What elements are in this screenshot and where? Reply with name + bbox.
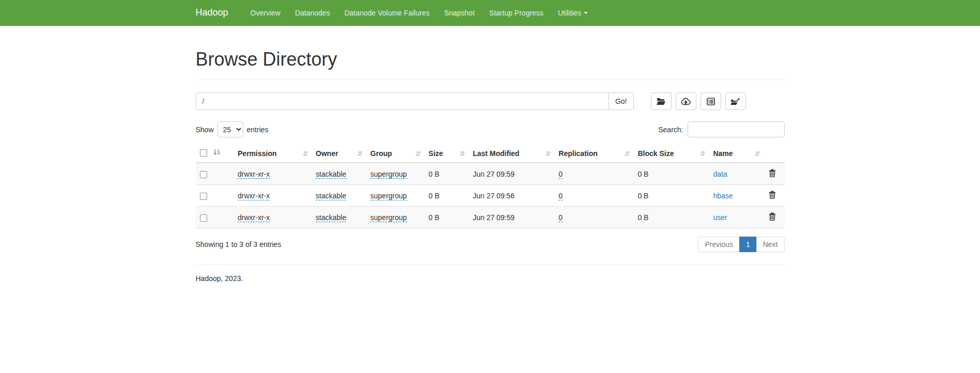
table-controls: Show 25 entries Search:	[196, 121, 785, 137]
footer-divider	[196, 265, 785, 265]
file-actions-toolbar	[651, 92, 746, 110]
column-header-replication[interactable]: Replication ⇵	[554, 145, 633, 163]
column-header-owner[interactable]: Owner ⇵	[312, 145, 366, 163]
row-checkbox[interactable]	[200, 214, 207, 222]
owner-editable[interactable]: stackable	[316, 192, 346, 200]
upload-files-button[interactable]	[676, 92, 696, 110]
row-checkbox[interactable]	[200, 193, 207, 200]
sort-both-icon: ⇵	[415, 150, 421, 158]
owner-editable[interactable]: stackable	[316, 170, 346, 179]
block-size-value: 0 B	[637, 192, 648, 200]
sort-both-icon: ⇵	[302, 150, 307, 158]
footer-text: Hadoop, 2023.	[196, 274, 785, 314]
size-value: 0 B	[429, 192, 440, 200]
navbar: Hadoop Overview Datanodes Datanode Volum…	[0, 0, 980, 26]
last-modified-value: Jun 27 09:59	[473, 170, 515, 178]
column-header-name[interactable]: Name ⇵	[709, 145, 764, 163]
group-editable[interactable]: supergroup	[370, 213, 407, 222]
owner-editable[interactable]: stackable	[316, 213, 346, 222]
block-size-value: 0 B	[637, 213, 648, 222]
nav-item-datanodes[interactable]: Datanodes	[288, 9, 337, 17]
table-row: drwxr-xr-x stackable supergroup 0 B Jun …	[196, 163, 785, 185]
group-editable[interactable]: supergroup	[370, 192, 407, 200]
directory-link[interactable]: data	[713, 170, 727, 178]
divider	[196, 80, 785, 80]
block-size-value: 0 B	[637, 170, 648, 178]
pagination-previous[interactable]: Previous	[698, 237, 739, 252]
directory-link[interactable]: hbase	[713, 192, 733, 200]
sort-both-icon: ⇵	[357, 150, 362, 158]
column-header-group[interactable]: Group ⇵	[366, 145, 425, 163]
table-row: drwxr-xr-x stackable supergroup 0 B Jun …	[196, 185, 785, 207]
replication-editable[interactable]: 0	[558, 170, 563, 179]
last-modified-value: Jun 27 09:59	[473, 213, 515, 222]
path-row: Go!	[196, 92, 785, 110]
delete-button[interactable]	[768, 168, 777, 180]
size-value: 0 B	[429, 213, 440, 222]
table-row: drwxr-xr-x stackable supergroup 0 B Jun …	[196, 207, 785, 228]
paste-into-folder-button[interactable]	[725, 92, 746, 110]
brand-hadoop[interactable]: Hadoop	[196, 7, 236, 18]
replication-editable[interactable]: 0	[558, 213, 563, 222]
nav-item-overview[interactable]: Overview	[243, 9, 288, 17]
page-length-select[interactable]: 25	[217, 121, 243, 137]
sort-both-icon: ⇵	[624, 150, 629, 158]
table-footer: Showing 1 to 3 of 3 entries Previous 1 N…	[196, 237, 785, 252]
list-alt-icon	[707, 98, 715, 105]
cloud-upload-icon	[681, 98, 691, 105]
column-header-select[interactable]	[196, 145, 234, 163]
nav-item-datanode-volume-failures[interactable]: Datanode Volume Failures	[337, 9, 437, 17]
last-modified-value: Jun 27 09:56	[473, 192, 515, 200]
permission-editable[interactable]: drwxr-xr-x	[238, 170, 270, 179]
delete-button[interactable]	[768, 190, 777, 201]
nav-item-utilities-label: Utilities	[558, 9, 581, 17]
nav-item-snapshot[interactable]: Snapshot	[437, 9, 482, 17]
trash-icon	[769, 193, 776, 200]
pagination: Previous 1 Next	[698, 237, 784, 252]
sort-both-icon: ⇵	[545, 150, 550, 158]
trash-icon	[769, 171, 776, 179]
cut-and-paste-button[interactable]	[701, 92, 721, 110]
row-checkbox[interactable]	[200, 171, 207, 178]
directory-path-input[interactable]	[196, 92, 609, 110]
sort-both-icon: ⇵	[754, 150, 759, 158]
sort-both-icon: ⇵	[700, 150, 705, 158]
pagination-page-1[interactable]: 1	[739, 237, 757, 252]
folder-open-icon	[657, 98, 666, 105]
create-directory-button[interactable]	[651, 92, 672, 110]
search-input[interactable]	[688, 121, 785, 137]
select-all-checkbox[interactable]	[200, 149, 207, 157]
column-header-size[interactable]: Size ⇵	[425, 145, 469, 163]
directory-table: Permission ⇵ Owner ⇵ Group ⇵ Size ⇵ Last…	[196, 145, 785, 228]
nav-item-startup-progress[interactable]: Startup Progress	[482, 9, 551, 17]
page-title: Browse Directory	[196, 49, 785, 70]
sort-both-icon: ⇵	[459, 150, 464, 158]
sort-by-attributes-icon	[213, 149, 220, 157]
permission-editable[interactable]: drwxr-xr-x	[238, 192, 270, 200]
permission-editable[interactable]: drwxr-xr-x	[238, 213, 270, 222]
column-header-actions	[764, 145, 784, 163]
group-editable[interactable]: supergroup	[370, 170, 407, 179]
caret-down-icon	[584, 12, 588, 14]
entries-label: entries	[247, 126, 269, 134]
delete-button[interactable]	[768, 211, 777, 223]
replication-editable[interactable]: 0	[558, 192, 563, 200]
column-header-last-modified[interactable]: Last Modified ⇵	[469, 145, 554, 163]
trash-icon	[769, 214, 776, 222]
nav-item-utilities-dropdown[interactable]: Utilities	[551, 9, 595, 17]
column-header-block-size[interactable]: Block Size ⇵	[633, 145, 709, 163]
directory-link[interactable]: user	[713, 213, 727, 222]
go-button[interactable]: Go!	[609, 92, 634, 110]
search-label: Search:	[658, 126, 683, 134]
size-value: 0 B	[429, 170, 440, 178]
entries-info: Showing 1 to 3 of 3 entries	[196, 240, 282, 248]
column-header-permission[interactable]: Permission ⇵	[234, 145, 312, 163]
show-label: Show	[196, 126, 214, 134]
folder-arrow-icon	[730, 98, 740, 105]
pagination-next[interactable]: Next	[756, 237, 785, 252]
